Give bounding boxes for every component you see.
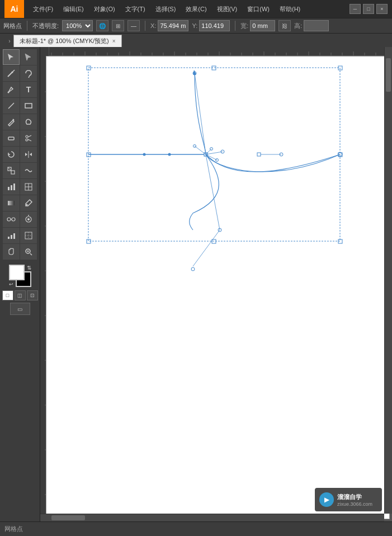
line-tool[interactable]	[3, 98, 20, 114]
height-label: 高:	[294, 22, 302, 30]
tab-bar: › 未标题-1* @ 100% (CMYK/预览) ×	[0, 34, 392, 47]
pencil-tool[interactable]	[3, 114, 20, 130]
toolbar-sep-1	[27, 21, 27, 31]
opacity-dropdown[interactable]: 100%	[62, 20, 93, 31]
horizontal-ruler	[40, 47, 384, 56]
slice-tool[interactable]	[20, 228, 37, 243]
select-tool[interactable]	[3, 49, 20, 65]
rect-tool[interactable]	[20, 98, 37, 114]
x-coord: X:	[150, 20, 188, 31]
menu-select[interactable]: 选择(S)	[151, 4, 181, 15]
draw-mode-row: □ ◫ ⊡	[2, 290, 38, 300]
link-icon-btn[interactable]: ⛓	[278, 20, 291, 31]
mesh-tool[interactable]	[20, 179, 37, 195]
menu-type[interactable]: 文字(T)	[121, 4, 150, 15]
menu-view[interactable]: 视图(V)	[212, 4, 242, 15]
globe-icon-btn[interactable]: 🌐	[96, 20, 108, 31]
svg-rect-40	[40, 47, 384, 56]
hand-tool[interactable]	[3, 244, 20, 260]
title-bar: Ai 文件(F) 编辑(E) 对象(O) 文字(T) 选择(S) 效果(C) 视…	[0, 0, 392, 18]
artboard[interactable]	[46, 56, 390, 519]
menu-effect[interactable]: 效果(C)	[181, 4, 211, 15]
x-input[interactable]	[158, 20, 188, 31]
color-section: ⇅ ↩	[1, 262, 39, 289]
tool-row-7	[3, 147, 37, 162]
gradient-tool[interactable]	[3, 195, 20, 211]
menu-window[interactable]: 窗口(W)	[243, 4, 274, 15]
view-section: ▭	[1, 303, 39, 315]
svg-rect-22	[8, 201, 15, 205]
height-input[interactable]	[304, 20, 329, 31]
canvas-area[interactable]: ▶ 溜溜自学 zixue.3066.com	[40, 47, 392, 521]
swap-colors-icon[interactable]: ⇅	[27, 265, 31, 271]
tool-row-6	[3, 130, 37, 146]
lasso-tool[interactable]	[20, 65, 37, 81]
tab-close-button[interactable]: ×	[112, 38, 116, 44]
tool-row-12	[3, 228, 37, 243]
svg-rect-16	[8, 187, 10, 190]
dash-icon-btn[interactable]: —	[127, 20, 140, 31]
reset-colors-icon[interactable]: ↩	[9, 281, 13, 287]
status-bar: 网格点	[0, 521, 392, 536]
graph-tool[interactable]	[3, 179, 20, 195]
menu-file[interactable]: 文件(F)	[29, 4, 58, 15]
draw-inside-btn[interactable]: ⊡	[27, 290, 38, 300]
direct-select-tool[interactable]	[20, 49, 37, 65]
close-button[interactable]: ×	[376, 4, 388, 14]
svg-line-4	[8, 103, 14, 109]
tool-row-4	[3, 98, 37, 114]
grid-icon-btn[interactable]: ⊞	[112, 20, 124, 31]
svg-point-9	[26, 139, 28, 141]
svg-point-137	[191, 267, 195, 271]
type-tool[interactable]: T	[20, 82, 37, 97]
scissors-tool[interactable]	[20, 130, 37, 146]
eyedropper-tool[interactable]	[20, 195, 37, 211]
svg-rect-31	[11, 235, 12, 239]
symbol-spray-tool[interactable]	[20, 211, 37, 227]
maximize-button[interactable]: □	[363, 4, 374, 14]
svg-line-136	[193, 230, 220, 266]
draw-behind-btn[interactable]: ◫	[15, 290, 26, 300]
magic-wand-tool[interactable]	[3, 65, 20, 81]
svg-point-28	[27, 218, 30, 220]
svg-rect-18	[13, 184, 15, 190]
y-input[interactable]	[199, 20, 230, 31]
column-graph-tool[interactable]	[3, 228, 20, 243]
menu-object[interactable]: 对象(O)	[89, 4, 120, 15]
blend-tool[interactable]	[3, 211, 20, 227]
warp-tool[interactable]	[20, 163, 37, 178]
menu-edit[interactable]: 编辑(E)	[59, 4, 88, 15]
horizontal-scrollbar[interactable]	[40, 514, 384, 521]
vertical-scrollbar[interactable]	[384, 47, 392, 514]
reflect-tool[interactable]	[20, 147, 37, 162]
eraser-tool[interactable]	[3, 130, 20, 146]
blob-brush-tool[interactable]	[20, 114, 37, 130]
pen-tool[interactable]	[3, 82, 20, 97]
width-input[interactable]	[250, 20, 275, 31]
rotate-tool[interactable]	[3, 147, 20, 162]
foreground-color-swatch[interactable]	[9, 265, 25, 280]
document-tab[interactable]: 未标题-1* @ 100% (CMYK/预览) ×	[13, 35, 122, 47]
color-swatches: ⇅ ↩	[9, 265, 31, 287]
svg-line-6	[13, 119, 14, 120]
scale-tool[interactable]	[3, 163, 20, 178]
x-label: X:	[150, 22, 156, 29]
svg-point-25	[12, 218, 15, 221]
zoom-tool[interactable]	[20, 244, 37, 260]
horizontal-scroll-thumb[interactable]	[51, 515, 85, 520]
ai-logo: Ai	[4, 0, 24, 18]
width-label: 宽:	[240, 22, 248, 30]
y-label: Y:	[192, 22, 197, 29]
draw-normal-btn[interactable]: □	[2, 290, 13, 300]
svg-rect-17	[11, 185, 12, 190]
vertical-scroll-thumb[interactable]	[386, 58, 391, 92]
change-screen-mode-btn[interactable]: ▭	[10, 303, 30, 315]
svg-line-10	[28, 135, 31, 137]
svg-rect-7	[8, 137, 14, 140]
menu-help[interactable]: 帮助(H)	[275, 4, 305, 15]
svg-line-37	[30, 253, 32, 255]
svg-line-11	[28, 139, 31, 141]
minimize-button[interactable]: ─	[350, 4, 361, 14]
tab-title: 未标题-1* @ 100% (CMYK/预览)	[20, 37, 109, 45]
tab-arrow[interactable]: ›	[6, 35, 13, 47]
